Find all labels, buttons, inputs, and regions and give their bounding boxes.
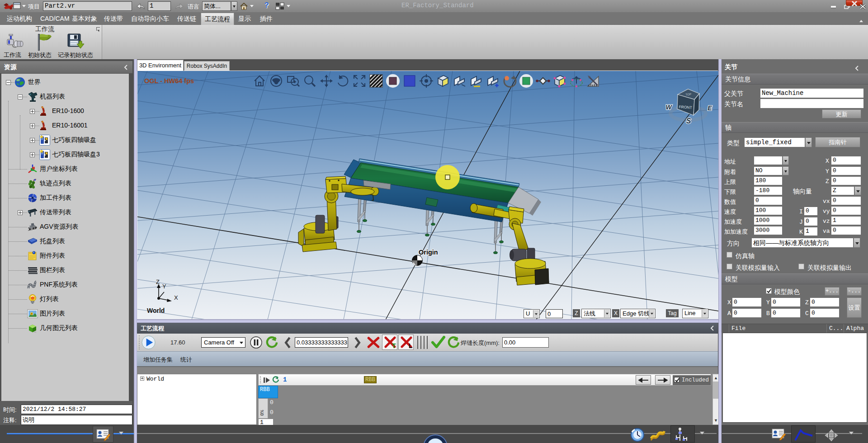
svg-text:TOP: TOP [685, 93, 692, 96]
svg-text:Origin: Origin [419, 249, 438, 256]
svg-text:E: E [708, 104, 712, 112]
svg-text:FRONT: FRONT [679, 104, 692, 110]
svg-text:S: S [686, 117, 691, 125]
svg-text:X: X [174, 294, 178, 301]
svg-text:World: World [147, 307, 165, 314]
svg-text:Y: Y [162, 283, 166, 290]
svg-text:OGL - HW64 fps: OGL - HW64 fps [144, 77, 194, 85]
svg-text:Z: Z [156, 278, 160, 285]
svg-text:W: W [665, 104, 672, 111]
